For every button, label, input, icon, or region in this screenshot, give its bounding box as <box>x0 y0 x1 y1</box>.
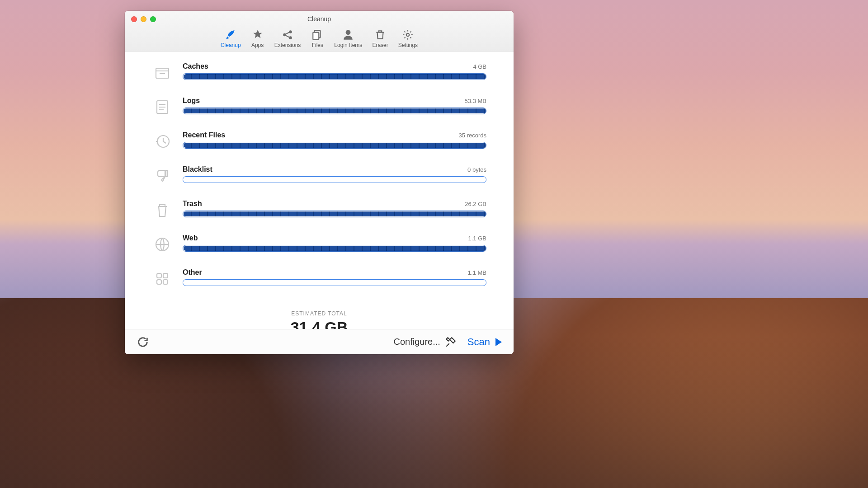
toolbar-cleanup[interactable]: Cleanup <box>219 28 243 49</box>
toolbar-extensions[interactable]: Extensions <box>273 28 303 49</box>
category-size: 1.1 GB <box>468 235 486 242</box>
svg-point-5 <box>406 33 410 37</box>
grid-icon <box>152 268 173 289</box>
category-caches[interactable]: Caches 4 GB <box>152 62 486 83</box>
category-logs[interactable]: Logs 53.3 MB <box>152 97 486 117</box>
progress-bar <box>183 108 486 114</box>
category-web[interactable]: Web 1.1 GB <box>152 234 486 255</box>
category-size: 4 GB <box>473 63 486 70</box>
scan-label: Scan <box>467 336 490 348</box>
apps-icon <box>251 29 264 40</box>
history-icon <box>152 131 173 152</box>
toolbar-settings[interactable]: Settings <box>396 28 420 49</box>
progress-bar <box>183 176 486 183</box>
refresh-button[interactable] <box>137 336 149 348</box>
category-trash[interactable]: Trash 26.2 GB <box>152 200 486 221</box>
box-icon <box>152 62 173 83</box>
category-label: Web <box>183 234 198 242</box>
toolbar-apps[interactable]: Apps <box>249 28 266 49</box>
svg-rect-4 <box>313 33 319 40</box>
category-label: Recent Files <box>183 131 225 139</box>
trash-icon <box>373 29 387 40</box>
toolbar: Cleanup Apps Extensions Files <box>125 28 514 49</box>
titlebar: Cleanup Cleanup Apps Extensions <box>125 11 514 52</box>
toolbar-files[interactable]: Files <box>309 28 326 49</box>
files-icon <box>311 29 324 40</box>
toolbar-label: Login Items <box>334 42 362 48</box>
svg-rect-11 <box>163 273 168 278</box>
configure-label: Configure... <box>393 337 440 347</box>
toolbar-label: Files <box>312 42 323 48</box>
svg-rect-10 <box>157 273 161 278</box>
user-icon <box>341 29 355 40</box>
svg-point-0 <box>283 33 286 37</box>
category-size: 0 bytes <box>467 166 486 173</box>
progress-bar <box>183 73 486 80</box>
progress-bar <box>183 211 486 217</box>
svg-point-2 <box>289 36 292 39</box>
category-recent-files[interactable]: Recent Files 35 records <box>152 131 486 152</box>
globe-icon <box>152 234 173 255</box>
window-title: Cleanup <box>125 15 514 23</box>
footer: Configure... Scan <box>125 329 514 354</box>
category-label: Trash <box>183 200 202 208</box>
play-icon <box>495 338 502 346</box>
category-other[interactable]: Other 1.1 MB <box>152 268 486 289</box>
toolbar-eraser[interactable]: Eraser <box>370 28 390 49</box>
estimated-total-value: 31.4 GB <box>152 319 486 329</box>
toolbar-login-items[interactable]: Login Items <box>332 28 364 49</box>
feather-icon <box>224 29 237 40</box>
toolbar-label: Eraser <box>372 42 388 48</box>
summary: ESTIMATED TOTAL 31.4 GB Pending First Sc… <box>152 303 486 329</box>
category-blacklist[interactable]: Blacklist 0 bytes <box>152 165 486 186</box>
category-size: 53.3 MB <box>465 98 486 104</box>
configure-button[interactable]: Configure... <box>393 336 456 348</box>
category-size: 35 records <box>459 132 486 139</box>
svg-rect-13 <box>163 280 168 284</box>
categories-list: Caches 4 GB Logs 53.3 MB <box>125 52 514 329</box>
svg-point-1 <box>289 30 292 33</box>
progress-bar <box>183 142 486 149</box>
category-label: Other <box>183 268 202 277</box>
category-label: Caches <box>183 62 208 70</box>
estimated-total-label: ESTIMATED TOTAL <box>152 310 486 317</box>
cleanup-window: Cleanup Cleanup Apps Extensions <box>125 11 514 354</box>
category-size: 26.2 GB <box>465 201 486 207</box>
toolbar-label: Cleanup <box>221 42 241 48</box>
category-label: Logs <box>183 97 200 105</box>
document-icon <box>152 97 173 117</box>
progress-bar <box>183 279 486 286</box>
category-size: 1.1 MB <box>468 269 486 276</box>
share-icon <box>281 29 294 40</box>
tools-icon <box>445 336 457 348</box>
toolbar-label: Settings <box>398 42 418 48</box>
category-label: Blacklist <box>183 165 212 174</box>
trash-can-icon <box>152 200 173 221</box>
scan-button[interactable]: Scan <box>467 336 502 348</box>
settings-icon <box>401 29 415 40</box>
thumbs-down-icon <box>152 165 173 186</box>
svg-rect-12 <box>157 280 161 284</box>
progress-bar <box>183 245 486 252</box>
toolbar-label: Apps <box>251 42 264 48</box>
toolbar-label: Extensions <box>274 42 301 48</box>
